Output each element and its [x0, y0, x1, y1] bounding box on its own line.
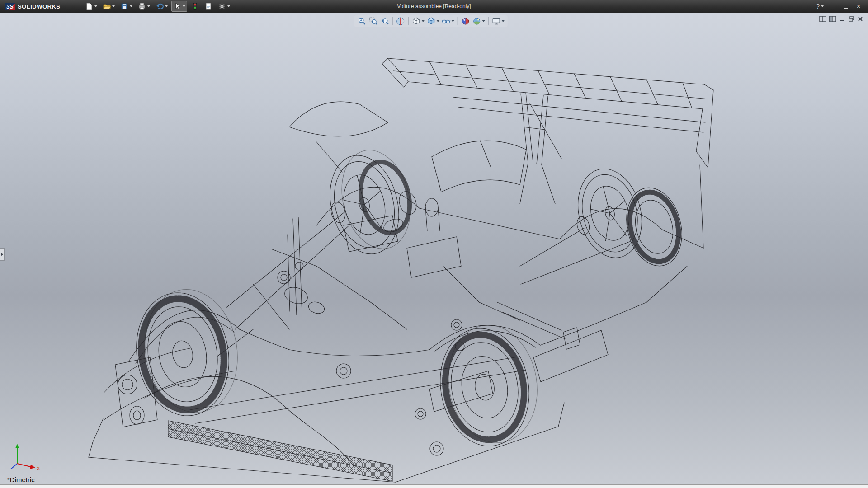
dropdown-caret-icon[interactable] [227, 5, 230, 7]
new-document-button[interactable] [83, 1, 99, 12]
previous-view-icon [380, 17, 389, 26]
restore-pane-button[interactable] [819, 16, 826, 22]
dropdown-caret-icon[interactable] [821, 5, 824, 7]
side-grille[interactable] [168, 421, 392, 481]
view-settings-button[interactable] [491, 16, 505, 26]
help-button[interactable]: ? [813, 1, 826, 11]
rebuild-traffic-light-icon [191, 2, 199, 10]
undo-icon [156, 2, 164, 10]
view-orientation-button[interactable] [411, 16, 425, 26]
toolbar-separator [408, 17, 409, 25]
minimize-icon: – [831, 3, 835, 10]
toolbar-separator [488, 17, 489, 25]
view-orientation-label: *Dimetric [7, 476, 35, 483]
zoom-to-fit-icon [358, 17, 367, 26]
dropdown-caret-icon[interactable] [165, 5, 168, 7]
graphics-area[interactable]: X *Dimetric [0, 13, 868, 484]
triad-z-axis-icon [11, 464, 17, 469]
print-icon [138, 2, 146, 10]
minimize-document-button[interactable] [839, 16, 845, 22]
rebuild-button[interactable] [189, 1, 201, 12]
restore-pane-icon [819, 16, 826, 22]
hide-show-items-glasses-icon [442, 17, 451, 26]
view-settings-monitor-icon [492, 17, 501, 26]
edit-appearance-button[interactable] [461, 16, 471, 26]
dropdown-caret-icon[interactable] [183, 5, 185, 7]
zoom-to-area-icon [369, 17, 378, 26]
save-button[interactable] [118, 1, 134, 12]
select-button[interactable] [171, 1, 187, 12]
previous-view-button[interactable] [380, 16, 390, 26]
zoom-to-fit-button[interactable] [357, 16, 367, 26]
open-folder-icon [103, 2, 111, 10]
file-properties-button[interactable] [203, 1, 214, 12]
view-orientation-cube-icon [412, 17, 421, 26]
hide-show-items-button[interactable] [441, 16, 455, 26]
expand-pane-icon [829, 16, 836, 22]
reference-triad: X [5, 442, 43, 474]
rear-wing[interactable] [382, 58, 713, 168]
undo-button[interactable] [154, 1, 170, 12]
heads-up-view-toolbar [354, 15, 508, 27]
open-button[interactable] [101, 1, 117, 12]
toolbar-separator [458, 17, 458, 25]
section-view-button[interactable] [396, 16, 406, 26]
dropdown-caret-icon[interactable] [452, 20, 454, 22]
titlebar: Voiture assomblee [Read-only] 3S SOLIDWO… [0, 0, 868, 13]
minimize-document-icon [839, 16, 845, 22]
dropdown-caret-icon[interactable] [437, 20, 439, 22]
print-button[interactable] [136, 1, 152, 12]
front-right-tire-tread[interactable] [354, 157, 417, 238]
status-bar [0, 484, 868, 488]
featuremanager-flyout-arrow[interactable] [0, 248, 5, 261]
save-icon [120, 2, 128, 10]
app-name: SOLIDWORKS [18, 3, 61, 10]
help-label: ? [816, 3, 820, 10]
car-wireframe-model[interactable] [0, 13, 868, 484]
close-document-icon [857, 16, 863, 22]
minimize-button[interactable]: – [827, 1, 839, 11]
dropdown-caret-icon[interactable] [147, 5, 150, 7]
display-style-button[interactable] [426, 16, 440, 26]
front-right-wheel[interactable] [320, 143, 421, 261]
new-document-icon [85, 2, 93, 10]
dropdown-caret-icon[interactable] [94, 5, 97, 7]
options-gear-icon [218, 2, 226, 10]
edit-appearance-sphere-icon [461, 17, 470, 26]
apply-scene-button[interactable] [472, 16, 486, 26]
apply-scene-icon [472, 17, 481, 26]
triad-y-axis-icon [15, 444, 19, 448]
front-left-wheel[interactable] [127, 282, 247, 423]
triad-x-axis-icon [30, 465, 35, 469]
dropdown-caret-icon[interactable] [422, 20, 425, 22]
dropdown-caret-icon[interactable] [130, 5, 132, 7]
solidworks-window: Voiture assomblee [Read-only] 3S SOLIDWO… [0, 0, 868, 488]
expand-pane-button[interactable] [829, 16, 836, 22]
dropdown-caret-icon[interactable] [482, 20, 485, 22]
section-view-icon [396, 17, 405, 26]
select-cursor-icon [173, 2, 181, 10]
document-window-controls [819, 16, 863, 22]
dropdown-caret-icon[interactable] [502, 20, 505, 22]
maximize-button[interactable] [840, 1, 852, 11]
restore-document-button[interactable] [848, 16, 854, 22]
close-button[interactable]: × [853, 1, 864, 11]
wing-supports[interactable] [520, 93, 561, 204]
zoom-to-area-button[interactable] [368, 16, 378, 26]
options-button[interactable] [216, 1, 232, 12]
rear-right-inner-wheel[interactable] [618, 182, 689, 272]
window-controls: ? – × [813, 1, 864, 11]
maximize-icon [844, 5, 848, 9]
toolbar-separator [392, 17, 393, 25]
dropdown-caret-icon[interactable] [112, 5, 115, 7]
rear-left-wheel[interactable] [431, 318, 547, 453]
main-toolbar [83, 1, 232, 12]
close-document-button[interactable] [857, 16, 863, 22]
chevron-right-icon [1, 253, 3, 256]
display-style-icon [427, 17, 436, 26]
triad-x-label: X [37, 466, 40, 471]
close-icon: × [857, 3, 860, 10]
solidworks-logo: 3S SOLIDWORKS [5, 3, 71, 10]
file-properties-icon [204, 2, 212, 10]
3ds-logo-icon: 3S [5, 3, 15, 10]
